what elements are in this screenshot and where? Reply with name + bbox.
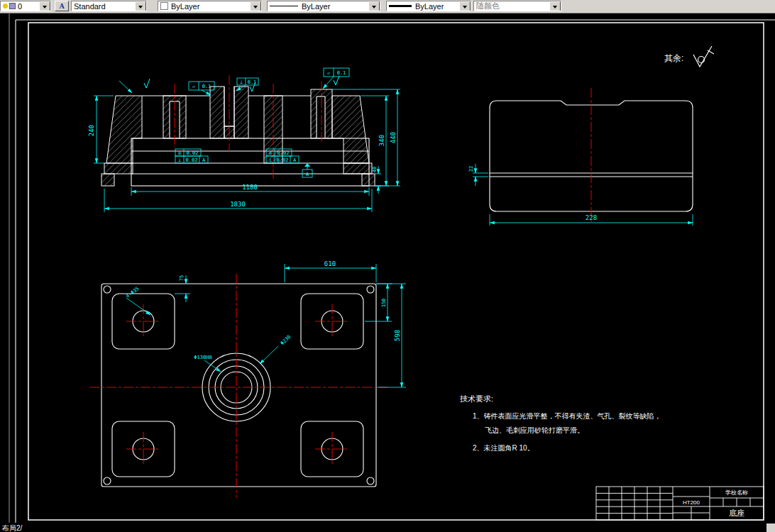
- style-combo-arrow[interactable]: [135, 1, 146, 11]
- chevron-down-icon: [553, 6, 557, 9]
- color-combo[interactable]: ByLayer: [158, 1, 262, 11]
- dim-overall-width[interactable]: 1830: [104, 189, 372, 212]
- dim-label[interactable]: 150: [381, 299, 387, 308]
- drawing-svg[interactable]: 1180 1830 240 340 440 40 ▱ 0.1: [0, 13, 775, 523]
- dim-label[interactable]: 240: [88, 125, 95, 136]
- dim-label[interactable]: 1830: [230, 201, 246, 208]
- surface-finish-note[interactable]: 其余:: [664, 46, 714, 67]
- roughness-symbol-icon: [693, 46, 714, 67]
- datum-flag[interactable]: A: [302, 163, 312, 177]
- pos-datum: A: [202, 157, 206, 163]
- leader-boss[interactable]: Φ230: [260, 334, 292, 364]
- linetype-combo-arrow[interactable]: [368, 1, 380, 11]
- chevron-down-icon: [253, 6, 258, 9]
- plan-view[interactable]: [89, 274, 388, 498]
- color-swatch-icon: [160, 2, 168, 10]
- dim-label[interactable]: 75: [179, 275, 185, 281]
- plan-centerlines[interactable]: [89, 274, 388, 498]
- plotstyle-combo[interactable]: 随颜色: [473, 1, 561, 11]
- chevron-down-icon: [138, 6, 143, 9]
- conc-value: 0.02: [187, 150, 199, 156]
- flatness-symbol: ▱: [192, 84, 196, 89]
- dim-plan-top[interactable]: 610: [285, 260, 376, 282]
- perp-symbol: ⊥: [240, 79, 243, 85]
- dim-label[interactable]: 22: [468, 166, 474, 172]
- section-view[interactable]: [101, 75, 375, 186]
- lineweight-preview-icon: [389, 5, 412, 7]
- resize-grip[interactable]: [766, 523, 775, 532]
- tech-req-line[interactable]: 飞边、毛刺应用砂轮打磨平滑。: [485, 426, 584, 434]
- tech-req-line[interactable]: 2、未注圆角R 10。: [473, 444, 534, 452]
- material-cell[interactable]: HT200: [683, 499, 700, 506]
- layer-combo-value: 0: [18, 2, 22, 11]
- lineweight-combo-value: ByLayer: [415, 2, 444, 11]
- leader-label[interactable]: Φ230: [280, 334, 292, 346]
- dim-label[interactable]: 40: [372, 167, 378, 172]
- status-strip: 布局2/: [0, 523, 775, 532]
- flatness-value: 0.1: [202, 84, 211, 89]
- dim-side-flange[interactable]: 22: [468, 164, 488, 186]
- corner-hole[interactable]: [104, 286, 111, 293]
- part-name-cell[interactable]: 底座: [729, 509, 744, 517]
- tech-req-line[interactable]: 1、铸件表面应光滑平整，不得有夹渣、气孔、裂纹等缺陷，: [473, 412, 661, 420]
- pos-datum: A: [293, 157, 297, 163]
- chevron-down-icon: [43, 6, 47, 9]
- chevron-down-icon: [463, 6, 467, 9]
- surface-note-label[interactable]: 其余:: [664, 53, 683, 63]
- layer-combo[interactable]: 0: [0, 1, 51, 11]
- datum-letter: A: [306, 172, 309, 177]
- plotstyle-combo-value: 随颜色: [476, 1, 500, 11]
- section-hatching[interactable]: [101, 87, 375, 186]
- leader-label[interactable]: Φ130H8: [194, 355, 211, 360]
- dim-label[interactable]: 598: [394, 330, 401, 341]
- corner-hole[interactable]: [104, 477, 111, 484]
- linetype-combo[interactable]: ByLayer: [267, 1, 380, 11]
- tech-req-title[interactable]: 技术要求:: [460, 394, 493, 403]
- style-combo[interactable]: Standard: [71, 1, 147, 11]
- lineweight-combo[interactable]: ByLayer: [386, 1, 471, 11]
- pos-symbol: ⊥: [178, 157, 181, 163]
- lineweight-combo-arrow[interactable]: [459, 1, 471, 11]
- color-combo-arrow[interactable]: [250, 1, 261, 11]
- text-style-icon: A: [59, 2, 64, 10]
- color-combo-value: ByLayer: [171, 2, 199, 11]
- layout-tab-label[interactable]: 布局2/: [2, 523, 22, 532]
- chevron-down-icon: [372, 6, 376, 9]
- pos-value: 0.02: [186, 157, 198, 163]
- flatness-frame-2[interactable]: ▱ 0.1: [323, 68, 349, 89]
- dim-label[interactable]: 440: [390, 132, 397, 143]
- pos-value: 0.02: [277, 157, 289, 163]
- dim-label[interactable]: 228: [586, 214, 597, 221]
- leader-corner-holes[interactable]: 4-Φ35: [125, 286, 150, 315]
- title-block[interactable]: HT200 学校名称 底座: [596, 487, 764, 520]
- revision-grid: [596, 487, 673, 520]
- dim-label[interactable]: 1180: [242, 184, 258, 191]
- leader-label[interactable]: 4-Φ35: [125, 286, 141, 299]
- sheet-border: [16, 20, 775, 523]
- drawing-area[interactable]: 1180 1830 240 340 440 40 ▱ 0.1: [0, 13, 775, 523]
- linetype-combo-value: ByLayer: [302, 2, 330, 11]
- school-cell[interactable]: 学校名称: [725, 489, 748, 496]
- dim-side-width[interactable]: 228: [490, 214, 693, 226]
- layer-combo-arrow[interactable]: [39, 1, 50, 11]
- pos-symbol: ⊥: [269, 157, 272, 163]
- flatness-symbol: ▱: [327, 70, 331, 76]
- layer-visibility-icon: [3, 4, 8, 9]
- dim-plan-right-short[interactable]: 150: [365, 284, 392, 321]
- dim-plan-pad-offset[interactable]: 75: [175, 275, 190, 302]
- dim-label[interactable]: 610: [324, 260, 336, 267]
- text-style-button[interactable]: A: [55, 1, 69, 11]
- style-combo-value: Standard: [74, 2, 106, 11]
- corner-hole[interactable]: [367, 286, 374, 293]
- dim-label[interactable]: 340: [378, 135, 385, 146]
- conc-value: 0.02: [277, 150, 290, 156]
- plotstyle-combo-arrow[interactable]: [549, 1, 561, 11]
- layer-lock-icon: [9, 3, 16, 9]
- side-view[interactable]: [490, 88, 693, 224]
- corner-hole[interactable]: [367, 477, 374, 484]
- linetype-preview-icon: [270, 6, 298, 6]
- toolbar: 0 A Standard ByLayer ByLayer ByLayer 随颜色: [0, 0, 775, 13]
- flatness-value: 0.1: [337, 70, 346, 76]
- technical-requirements[interactable]: 技术要求: 1、铸件表面应光滑平整，不得有夹渣、气孔、裂纹等缺陷， 飞边、毛刺应…: [460, 394, 661, 452]
